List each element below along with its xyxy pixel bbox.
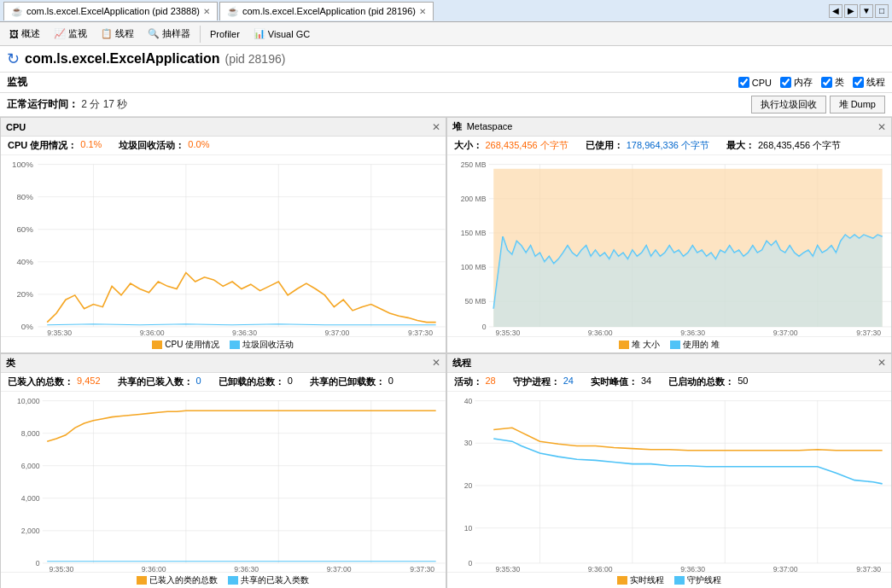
tab-window-btn[interactable]: □ [875, 4, 889, 18]
threads-legend-live: 实时线程 [617, 574, 664, 586]
app-title: com.ls.excel.ExcelApplication [25, 51, 220, 67]
daemon-threads-color [674, 576, 685, 585]
tab-1-close[interactable]: ✕ [203, 7, 210, 16]
heap-legend-size: 堆 大小 [619, 339, 660, 351]
checkbox-cpu[interactable]: CPU [738, 77, 772, 88]
heap-size-color [619, 341, 629, 349]
tab-menu-btn[interactable]: ▼ [860, 4, 873, 18]
heap-legend: 堆 大小 使用的 堆 [447, 336, 892, 352]
gc-button[interactable]: 执行垃圾回收 [751, 96, 826, 114]
checkbox-memory[interactable]: 内存 [780, 76, 813, 89]
classes-chart-svg: 10,000 8,000 6,000 4,000 2,000 0 9:35:30… [1, 392, 446, 573]
svg-text:9:36:00: 9:36:00 [587, 329, 612, 336]
gc-activity-label: 垃圾回收活动： [119, 139, 184, 152]
charts-grid: CPU ✕ CPU 使用情况： 0.1% 垃圾回收活动： 0.0% [0, 117, 892, 588]
app-pid: (pid 28196) [225, 52, 286, 66]
classes-shared-loaded-label: 共享的已装入数： [118, 376, 193, 388]
svg-text:150 MB: 150 MB [460, 229, 486, 237]
svg-text:0: 0 [481, 323, 486, 331]
tab-2[interactable]: ☕ com.ls.excel.ExcelApplication (pid 281… [219, 2, 434, 20]
uptime-display: 正常运行时间： 2 分 17 秒 [7, 97, 127, 112]
threads-active-stat: 活动： 28 [454, 376, 496, 388]
tab-1[interactable]: ☕ com.ls.excel.ExcelApplication (pid 238… [3, 2, 218, 20]
classes-shared-unloaded-value: 0 [388, 376, 394, 388]
classes-panel-close[interactable]: ✕ [432, 357, 440, 369]
checkbox-thread[interactable]: 线程 [853, 76, 885, 89]
classes-panel-title: 类 [6, 357, 15, 370]
toolbar-monitor-btn[interactable]: 📈 监视 [48, 25, 93, 44]
toolbar: 🖼 概述 📈 监视 📋 线程 🔍 抽样器 Profiler 📊 Visual G… [0, 22, 892, 46]
svg-text:9:36:30: 9:36:30 [680, 329, 705, 336]
svg-text:9:36:30: 9:36:30 [234, 565, 259, 572]
classes-legend-loaded: 已装入的类的总数 [137, 574, 218, 586]
tab-2-icon: ☕ [227, 6, 239, 17]
threads-daemon-value: 24 [563, 376, 574, 388]
svg-text:6,000: 6,000 [21, 461, 40, 469]
threads-peak-value: 34 [641, 376, 651, 388]
classes-legend-loaded-label: 已装入的类的总数 [149, 574, 218, 586]
classes-shared-loaded-stat: 共享的已装入数： 0 [118, 376, 201, 388]
title-bar: ☕ com.ls.excel.ExcelApplication (pid 238… [0, 0, 892, 22]
classes-loaded-color [137, 576, 147, 585]
gc-activity-value: 0.0% [188, 139, 209, 152]
heap-max-label: 最大： [726, 139, 755, 152]
tab-2-close[interactable]: ✕ [419, 7, 426, 16]
status-bar: 正常运行时间： 2 分 17 秒 执行垃圾回收 堆 Dump [0, 93, 892, 117]
svg-text:9:37:00: 9:37:00 [772, 565, 797, 572]
svg-text:100%: 100% [12, 160, 33, 169]
classes-unloaded-label: 已卸载的总数： [219, 376, 284, 388]
checkbox-class[interactable]: 类 [821, 76, 844, 89]
threads-panel-title: 线程 [452, 357, 471, 370]
classes-stats: 已装入的总数： 9,452 共享的已装入数： 0 已卸载的总数： 0 共享的已卸… [1, 373, 446, 392]
heap-size-label: 大小： [454, 139, 482, 152]
cpu-chart-svg: 100% 80% 60% 40% 20% 0% 9:35:30 9:36:00 … [1, 155, 446, 336]
classes-shared-unloaded-stat: 共享的已卸载数： 0 [310, 376, 394, 388]
cpu-legend-usage-label: CPU 使用情况 [165, 339, 219, 351]
cpu-panel-close[interactable]: ✕ [432, 121, 440, 133]
toolbar-sampler-btn[interactable]: 🔍 抽样器 [142, 25, 196, 44]
cpu-panel-title: CPU [6, 122, 26, 132]
svg-text:2,000: 2,000 [21, 527, 40, 535]
threads-panel-close[interactable]: ✕ [877, 357, 886, 369]
heap-dump-button[interactable]: 堆 Dump [830, 96, 885, 114]
app-refresh-icon: ↻ [7, 49, 20, 68]
heap-stats: 大小： 268,435,456 个字节 已使用： 178,964,336 个字节… [447, 137, 892, 155]
svg-text:0%: 0% [21, 322, 34, 331]
toolbar-visualgc-btn[interactable]: 📊 Visual GC [248, 25, 316, 44]
cpu-usage-label: CPU 使用情况： [8, 139, 77, 152]
svg-text:10,000: 10,000 [17, 396, 40, 405]
tab-prev-btn[interactable]: ◀ [829, 4, 842, 18]
tab-next-btn[interactable]: ▶ [844, 4, 858, 18]
svg-text:20: 20 [463, 481, 472, 490]
svg-text:0: 0 [468, 559, 472, 568]
heap-max-stat: 最大： 268,435,456 个字节 [726, 139, 841, 152]
monitor-title: 监视 [7, 75, 27, 90]
toolbar-threads-btn[interactable]: 📋 线程 [95, 25, 140, 44]
svg-text:4,000: 4,000 [21, 494, 40, 503]
cpu-chart-area: 100% 80% 60% 40% 20% 0% 9:35:30 9:36:00 … [1, 155, 446, 336]
threads-label: 线程 [115, 27, 134, 40]
threads-peak-label: 实时峰值： [591, 376, 638, 388]
toolbar-overview-btn[interactable]: 🖼 概述 [3, 25, 46, 44]
heap-panel-close[interactable]: ✕ [877, 121, 886, 133]
svg-text:9:35:30: 9:35:30 [495, 329, 520, 336]
svg-text:80%: 80% [16, 192, 33, 201]
threads-icon: 📋 [101, 28, 113, 39]
live-threads-color [617, 576, 627, 585]
svg-text:9:37:00: 9:37:00 [325, 329, 350, 336]
cpu-usage-stat: CPU 使用情况： 0.1% [8, 139, 102, 152]
sampler-label: 抽样器 [162, 27, 190, 40]
threads-peak-stat: 实时峰值： 34 [591, 376, 651, 388]
svg-text:60%: 60% [16, 224, 33, 234]
classes-loaded-label: 已装入的总数： [8, 376, 73, 388]
threads-active-value: 28 [486, 376, 496, 388]
svg-text:200 MB: 200 MB [460, 195, 486, 203]
profiler-label: Profiler [210, 29, 240, 39]
app-header: ↻ com.ls.excel.ExcelApplication (pid 281… [0, 46, 892, 73]
classes-legend: 已装入的类的总数 共享的已装入类数 [1, 572, 446, 588]
heap-chart-area: 250 MB 200 MB 150 MB 100 MB 50 MB 0 9:35… [447, 155, 892, 336]
toolbar-profiler-btn[interactable]: Profiler [204, 25, 246, 44]
svg-text:9:36:30: 9:36:30 [232, 329, 257, 336]
heap-legend-size-label: 堆 大小 [632, 339, 660, 351]
tab-2-label: com.ls.excel.ExcelApplication (pid 28196… [242, 6, 416, 16]
